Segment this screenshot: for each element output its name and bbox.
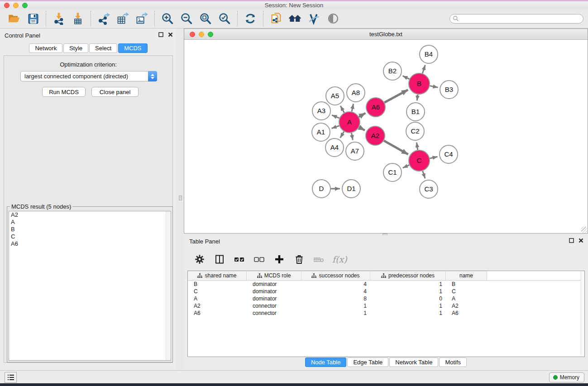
table-settings-button[interactable] <box>193 252 206 267</box>
tab-node-table[interactable]: Node Table <box>305 357 347 367</box>
table-cell[interactable]: 4 <box>301 281 370 288</box>
table-cell[interactable]: dominator <box>247 288 301 295</box>
node-C3[interactable]: C3 <box>420 180 438 198</box>
refresh-button[interactable] <box>241 10 260 27</box>
node-A4[interactable]: A4 <box>325 138 344 157</box>
task-history-button[interactable] <box>5 372 17 383</box>
edge-C-C1[interactable] <box>403 165 409 168</box>
node-A5[interactable]: A5 <box>326 87 344 105</box>
table-cell[interactable]: dominator <box>247 281 301 288</box>
float-panel-icon[interactable] <box>569 238 574 243</box>
edge-A-A5[interactable] <box>340 106 344 113</box>
table-cell[interactable]: 1 <box>301 302 370 310</box>
deselect-all-columns-button[interactable] <box>253 252 266 267</box>
result-scrollbar[interactable] <box>166 211 171 360</box>
edge-B-B1[interactable] <box>417 95 418 100</box>
select-all-columns-button[interactable] <box>233 252 246 267</box>
zoom-actual-button[interactable] <box>196 10 215 27</box>
tab-select[interactable]: Select <box>89 43 117 53</box>
node-A[interactable]: A <box>339 112 360 133</box>
edge-A-A4[interactable] <box>340 132 344 138</box>
float-panel-icon[interactable] <box>158 32 163 37</box>
search-box[interactable] <box>449 14 583 24</box>
edge-B-B2[interactable] <box>403 76 410 79</box>
node-B2[interactable]: B2 <box>383 62 402 80</box>
node-A2[interactable]: A2 <box>366 126 385 145</box>
table-cell[interactable]: A2 <box>446 302 487 310</box>
import-network-button[interactable] <box>49 10 68 27</box>
search-input[interactable] <box>461 15 583 23</box>
node-table[interactable]: shared nameMCDS rolesuccessor nodesprede… <box>187 271 585 357</box>
tab-style[interactable]: Style <box>63 43 88 53</box>
clone-network-button[interactable] <box>267 10 286 27</box>
criterion-dropdown[interactable]: largest connected component (directed) <box>20 71 157 81</box>
table-cell[interactable]: dominator <box>247 295 301 302</box>
edge-A-A3[interactable] <box>332 115 339 118</box>
open-session-button[interactable] <box>5 10 24 27</box>
edge-B-B4[interactable] <box>422 65 425 73</box>
table-row[interactable]: Cdominator41C <box>188 288 584 295</box>
table-cell[interactable]: 1 <box>301 310 370 317</box>
table-cell[interactable]: C <box>188 288 247 295</box>
column-layout-button[interactable] <box>213 252 226 267</box>
tab-edge-table[interactable]: Edge Table <box>347 357 388 367</box>
edge-A-A1[interactable] <box>332 126 339 129</box>
table-row[interactable]: Adominator80A <box>188 295 584 302</box>
table-cell[interactable]: A2 <box>188 302 247 310</box>
table-cell[interactable]: C <box>446 288 487 295</box>
mcds-result-list[interactable]: A2ABCA6 <box>9 211 171 361</box>
column-header-name[interactable]: name <box>446 271 487 280</box>
node-D[interactable]: D <box>312 180 330 198</box>
edge-A-A7[interactable] <box>351 133 353 140</box>
node-A6[interactable]: A6 <box>366 98 385 117</box>
save-session-button[interactable] <box>24 10 43 27</box>
node-D1[interactable]: D1 <box>342 180 360 198</box>
node-A8[interactable]: A8 <box>347 84 365 102</box>
result-item[interactable]: A6 <box>9 240 171 248</box>
node-C4[interactable]: C4 <box>440 145 458 163</box>
tab-motifs[interactable]: Motifs <box>439 357 467 367</box>
table-cell[interactable]: 8 <box>301 295 370 302</box>
node-A7[interactable]: A7 <box>346 142 364 160</box>
table-row[interactable]: A2connector11A2 <box>188 302 584 310</box>
table-cell[interactable]: A6 <box>188 310 247 317</box>
column-header-successor-nodes[interactable]: successor nodes <box>301 271 370 280</box>
table-scrollbar[interactable] <box>581 271 584 357</box>
table-cell[interactable]: B <box>188 281 247 288</box>
zoom-out-button[interactable] <box>177 10 196 27</box>
edge-A-A6[interactable] <box>359 113 366 117</box>
result-item[interactable]: B <box>9 226 171 233</box>
tab-network[interactable]: Network <box>29 43 62 53</box>
table-cell[interactable]: A <box>446 295 487 302</box>
edge-C-C4[interactable] <box>430 157 437 158</box>
node-B4[interactable]: B4 <box>420 45 438 63</box>
window-resize-grip[interactable] <box>581 227 587 233</box>
edge-C-C2[interactable] <box>416 143 417 150</box>
network-canvas[interactable]: B4B2BB3A8A5A6A3B1AA1C2A2A4A7C4CC1C3DD1 <box>184 40 588 233</box>
edge-C-C3[interactable] <box>423 171 425 179</box>
home-view-button[interactable] <box>286 10 305 27</box>
edge-A-A8[interactable] <box>352 104 354 111</box>
import-table-button[interactable] <box>68 10 87 27</box>
node-C1[interactable]: C1 <box>383 163 402 181</box>
node-A3[interactable]: A3 <box>312 102 330 120</box>
run-mcds-button[interactable]: Run MCDS <box>42 87 86 97</box>
export-image-button[interactable] <box>132 10 151 27</box>
result-item[interactable]: A <box>9 219 171 226</box>
close-panel-icon[interactable] <box>578 238 583 243</box>
delete-column-button[interactable] <box>292 252 306 267</box>
node-B[interactable]: B <box>409 73 430 94</box>
table-cell[interactable]: 4 <box>301 288 370 295</box>
table-row[interactable]: Bdominator41B <box>188 281 584 288</box>
node-C[interactable]: C <box>409 150 430 171</box>
table-cell[interactable]: 1 <box>370 288 446 295</box>
column-header-predecessor-nodes[interactable]: predecessor nodes <box>370 271 446 280</box>
table-cell[interactable]: A6 <box>446 310 487 317</box>
edge-A2-C[interactable] <box>384 141 408 154</box>
node-C2[interactable]: C2 <box>406 122 424 140</box>
tab-mcds[interactable]: MCDS <box>118 43 147 53</box>
column-header-MCDS-role[interactable]: MCDS role <box>247 271 301 280</box>
zoom-in-button[interactable] <box>158 10 177 27</box>
result-item[interactable]: A2 <box>9 211 171 219</box>
export-table-button[interactable] <box>113 10 132 27</box>
